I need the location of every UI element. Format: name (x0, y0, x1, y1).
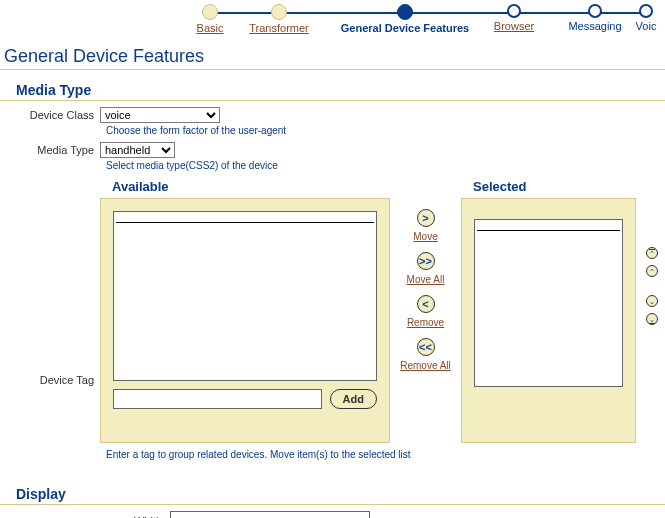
move-all-left-icon[interactable]: << (417, 338, 435, 356)
wiz-step-transformer[interactable]: Transformer (239, 4, 319, 34)
media-type-label: Media Type (0, 142, 100, 156)
width-input[interactable] (170, 511, 370, 518)
shuttle-available-col: Available Add (100, 177, 390, 443)
wiz-label[interactable]: Browser (474, 20, 554, 32)
device-class-label: Device Class (0, 107, 100, 121)
move-left-icon[interactable]: < (417, 295, 435, 313)
wiz-step-voice: Voic (626, 4, 665, 32)
field-width: Width (0, 511, 665, 518)
move-right-icon[interactable]: > (417, 209, 435, 227)
wiz-circle-current-icon (397, 4, 413, 20)
move-up-icon[interactable]: ⌃ (646, 265, 658, 277)
move-button[interactable]: Move (413, 231, 437, 242)
wiz-step-basic[interactable]: Basic (170, 4, 250, 34)
wiz-label: Voic (626, 20, 665, 32)
tag-input[interactable] (113, 389, 322, 409)
device-class-help: Choose the form factor of the user-agent (106, 125, 665, 136)
wiz-label: General Device Features (330, 22, 480, 34)
move-all-button[interactable]: Move All (407, 274, 445, 285)
wiz-label[interactable]: Basic (170, 22, 250, 34)
move-all-right-icon[interactable]: >> (417, 252, 435, 270)
remove-button[interactable]: Remove (407, 317, 444, 328)
wiz-circle-next-icon (639, 4, 653, 18)
field-media-type: Media Type handheld (0, 142, 665, 158)
list-divider (116, 222, 374, 223)
selected-listbox[interactable] (474, 219, 623, 387)
wizard-steps: Basic Transformer General Device Feature… (0, 4, 665, 42)
shuttle-reorder-col: ⌃ ⌃ ⌄ ⌄ (644, 177, 660, 325)
section-display: Display (0, 484, 665, 505)
shuttle: Available Add > Move >> Move All < (100, 177, 665, 443)
field-device-tag: Device Tag Available Add > Move (0, 177, 665, 443)
section-media-type: Media Type (0, 80, 665, 101)
field-device-class: Device Class voice (0, 107, 665, 123)
wiz-circle-done-icon (202, 4, 218, 20)
page-title: General Device Features (0, 42, 665, 70)
list-divider (477, 230, 620, 231)
move-bottom-icon[interactable]: ⌄ (646, 313, 658, 325)
wiz-label[interactable]: Transformer (239, 22, 319, 34)
device-tag-help: Enter a tag to group related devices. Mo… (106, 449, 665, 460)
move-down-icon[interactable]: ⌄ (646, 295, 658, 307)
media-type-select[interactable]: handheld (100, 142, 175, 158)
shuttle-selected-col: Selected (461, 177, 636, 443)
media-type-help: Select media type(CSS2) of the device (106, 160, 665, 171)
wiz-label: Messaging (555, 20, 635, 32)
wiz-step-general-device-features: General Device Features (330, 4, 480, 34)
shuttle-move-col: > Move >> Move All < Remove << Remove Al… (398, 177, 453, 377)
selected-panel (461, 198, 636, 443)
selected-heading: Selected (473, 179, 636, 194)
remove-all-button[interactable]: Remove All (400, 360, 451, 371)
available-listbox[interactable] (113, 211, 377, 381)
device-tag-label: Device Tag (0, 234, 100, 386)
wiz-circle-next-icon (588, 4, 602, 18)
wiz-step-browser[interactable]: Browser (474, 4, 554, 32)
add-button[interactable]: Add (330, 389, 377, 409)
wiz-circle-next-icon (507, 4, 521, 18)
wiz-step-messaging: Messaging (555, 4, 635, 32)
move-top-icon[interactable]: ⌃ (646, 247, 658, 259)
device-class-select[interactable]: voice (100, 107, 220, 123)
wiz-circle-done-icon (271, 4, 287, 20)
available-panel: Add (100, 198, 390, 443)
available-heading: Available (112, 179, 390, 194)
